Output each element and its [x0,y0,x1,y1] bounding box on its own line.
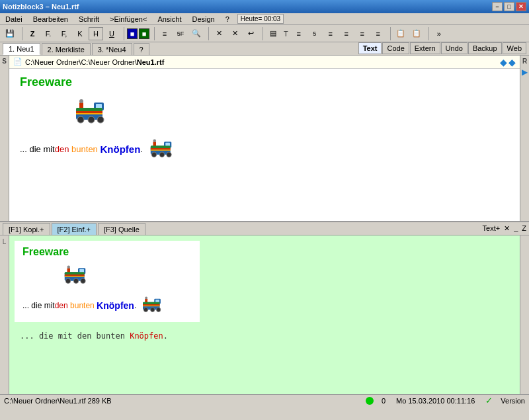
svg-point-18 [167,152,172,157]
svg-rect-2 [96,104,102,108]
svg-point-38 [143,308,147,312]
toolbar-undo[interactable]: Z [25,27,40,40]
tab-help[interactable]: ? [134,43,149,55]
toolbar-cut[interactable]: ✕ [212,27,226,40]
toolbar-align-left[interactable]: ≡ [157,27,172,40]
inline-train-svg [148,136,178,161]
bottom-tab-f2[interactable]: [F2] Einf.+ [52,223,97,235]
svg-point-4 [79,99,83,103]
toolbar-5f[interactable]: 5F [173,27,188,40]
bottom-panel: [F1] Kopi.+ [F2] Einf.+ [F3] Quelle Text… [0,221,529,394]
tab-right-buttons: Text Code Extern Undo Backup Web [358,42,529,55]
tab-neu4[interactable]: 3. *Neu4 [92,43,132,55]
close-button[interactable]: ✕ [516,2,526,11]
bottom-text-plus-label: Text+ [483,224,501,232]
menu-datei[interactable]: Datei [3,15,25,24]
tab-extern-btn[interactable]: Extern [410,42,440,54]
status-counter: 0 [382,397,386,405]
minimize-button[interactable]: – [492,2,503,11]
source-knoepfen: Knöpfen [130,331,163,341]
toolbar-align4[interactable]: ≡ [339,27,354,40]
svg-rect-21 [151,149,171,151]
tab-merkliste[interactable]: 2. Merkliste [42,43,91,55]
bottom-train-svg [62,262,92,287]
right-gutter: R ▶ [520,56,529,221]
menu-ansicht[interactable]: Ansicht [155,15,184,24]
bottom-white-box: Freeware [15,241,200,322]
menu-schrift[interactable]: Schrift [76,15,102,24]
train-image-area [73,95,509,129]
toolbar-sep-3 [152,27,155,40]
toolbar-save[interactable]: 💾 [3,27,17,40]
toolbar-align6[interactable]: ≡ [371,27,386,40]
toolbar-copy2[interactable]: 📋 [409,27,424,40]
toolbar-f-dot[interactable]: F. [41,27,56,40]
svg-point-6 [88,116,95,123]
toolbar-h[interactable]: H [89,27,103,40]
menu-bearbeiten[interactable]: Bearbeiten [30,15,71,24]
toolbar-color1[interactable]: ■ [127,28,138,39]
bottom-source-text: ... die mit den bunten Knöpfen. [9,327,520,345]
toolbar-align2[interactable]: ≡ [292,27,306,40]
today-button[interactable]: Heute= 00:03 [237,14,284,24]
bottom-tab-f1[interactable]: [F1] Kopi.+ [3,223,50,235]
menu-help[interactable]: ? [223,15,232,24]
toolbar-search[interactable]: 🔍 [189,27,204,40]
svg-point-28 [73,278,79,284]
word-bunten: bunten [71,144,98,154]
toolbar-copy1[interactable]: 📋 [393,27,408,40]
tab-undo-btn[interactable]: Undo [441,42,468,54]
toolbar-back[interactable]: ↩ [243,27,258,40]
tab-backup-btn[interactable]: Backup [468,42,502,54]
svg-point-37 [145,296,147,299]
toolbar-f-comma[interactable]: F, [57,27,71,40]
toolbar: 💾 Z F. F, K H U ■ ■ ≡ 5F 🔍 ✕ ✕ ↩ ▤ T ≡ 5… [0,25,529,42]
diamond-right-icon: ◆ [509,57,516,67]
bottom-word-knoepfen: Knöpfen [97,300,134,311]
bottom-content-area[interactable]: Freeware [9,235,520,394]
bottom-word-bunten: bunten [70,301,95,310]
toolbar-list[interactable]: ▤ [266,27,280,40]
bottom-right-gutter [520,235,529,394]
menu-einfuegen[interactable]: >Einfügen< [107,15,149,24]
tab-neu1[interactable]: 1. Neu1 [3,43,40,55]
bottom-tab-f3[interactable]: [F3] Quelle [98,223,145,235]
toolbar-u[interactable]: U [104,27,119,40]
inline-train [148,136,178,163]
window-controls[interactable]: – □ ✕ [492,2,526,11]
toolbar-more[interactable]: » [432,27,446,40]
bottom-tab-bar: [F1] Kopi.+ [F2] Einf.+ [F3] Quelle Text… [0,222,529,235]
bottom-max-btn[interactable]: Z [522,224,526,232]
toolbar-align3[interactable]: ≡ [323,27,338,40]
toolbar-color2[interactable]: ■ [139,28,149,39]
bottom-editor: L Freeware [0,235,529,394]
toolbar-sep-6 [388,27,391,40]
svg-rect-24 [79,269,84,273]
tab-text-btn[interactable]: Text [358,42,382,54]
toolbar-k[interactable]: K [73,27,87,40]
svg-rect-32 [65,276,85,277]
tab-web-btn[interactable]: Web [503,42,526,54]
menu-design[interactable]: Design [189,15,217,24]
toolbar-5[interactable]: 5 [307,27,322,40]
left-gutter: S [0,56,9,221]
tab-code-btn[interactable]: Code [382,42,409,54]
bottom-min-btn[interactable]: _ [514,224,518,232]
bottom-close-btn[interactable]: ✕ [504,224,510,233]
scroll-right-icon[interactable]: ▶ [522,67,528,77]
svg-rect-20 [151,148,171,149]
editor-panel[interactable]: 📄 C:\Neuer Ordner\C:\Neuer Ordner\Neu1.r… [9,56,520,221]
toolbar-cut2[interactable]: ✕ [227,27,242,40]
bottom-tab-right: Text+ ✕ _ Z [483,222,529,235]
status-datetime: Mo 15.03.2010 00:11:16 [396,397,475,405]
word-den: den [55,144,69,154]
diamond-left-icon: ◆ [500,57,507,67]
toolbar-align5[interactable]: ≡ [355,27,370,40]
editor-body-text: ... die mit den bunten Knöpfen . [20,136,509,163]
svg-point-16 [151,152,157,157]
maximize-button[interactable]: □ [504,2,514,11]
svg-rect-30 [65,272,85,274]
file-icon: 📄 [13,58,22,66]
right-marker: R [522,58,527,65]
svg-point-26 [67,266,71,269]
